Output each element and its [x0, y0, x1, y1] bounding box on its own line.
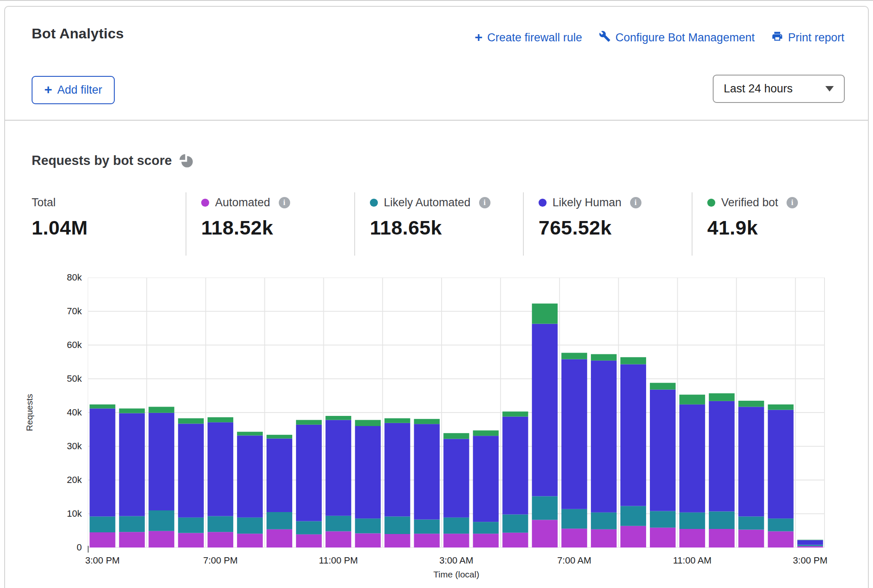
- bar-segment[interactable]: [444, 433, 469, 439]
- bar-segment[interactable]: [267, 435, 292, 439]
- bar-segment[interactable]: [768, 531, 794, 548]
- bar-segment[interactable]: [89, 532, 115, 548]
- bar-segment[interactable]: [326, 531, 351, 548]
- bar-segment[interactable]: [414, 520, 440, 534]
- bar-segment[interactable]: [237, 518, 263, 534]
- bar-segment[interactable]: [502, 515, 528, 533]
- bar-segment[interactable]: [561, 509, 587, 529]
- bar-segment[interactable]: [650, 528, 676, 548]
- bar-segment[interactable]: [296, 420, 322, 425]
- bar-segment[interactable]: [355, 420, 381, 426]
- bar-segment[interactable]: [473, 534, 498, 548]
- bar-segment[interactable]: [738, 516, 764, 529]
- info-icon[interactable]: [630, 197, 641, 208]
- bar-segment[interactable]: [414, 419, 440, 424]
- bar-segment[interactable]: [620, 526, 646, 548]
- bar-segment[interactable]: [591, 361, 617, 512]
- bar-segment[interactable]: [444, 518, 469, 534]
- bar-segment[interactable]: [178, 518, 204, 533]
- bar-segment[interactable]: [709, 393, 735, 401]
- bar-segment[interactable]: [148, 407, 174, 413]
- bar-segment[interactable]: [296, 425, 322, 521]
- bar-segment[interactable]: [178, 418, 204, 424]
- bar-segment[interactable]: [119, 532, 145, 548]
- print-report-link[interactable]: Print report: [771, 30, 844, 45]
- bar-segment[interactable]: [207, 516, 233, 532]
- bar-segment[interactable]: [267, 439, 292, 512]
- bar-segment[interactable]: [620, 357, 646, 364]
- bar-segment[interactable]: [444, 439, 469, 517]
- bar-segment[interactable]: [798, 540, 823, 545]
- add-filter-button[interactable]: + Add filter: [32, 76, 115, 104]
- bar-segment[interactable]: [591, 512, 617, 529]
- bar-segment[interactable]: [679, 395, 705, 405]
- bar-segment[interactable]: [768, 410, 794, 519]
- bar-segment[interactable]: [119, 408, 145, 413]
- bar-segment[interactable]: [385, 534, 410, 548]
- bar-segment[interactable]: [502, 417, 528, 515]
- bar-segment[interactable]: [385, 418, 410, 423]
- bar-segment[interactable]: [650, 383, 676, 390]
- bar-segment[interactable]: [178, 533, 204, 548]
- bar-segment[interactable]: [650, 390, 676, 511]
- bar-segment[interactable]: [798, 540, 823, 540]
- bar-segment[interactable]: [89, 516, 115, 532]
- bar-segment[interactable]: [355, 518, 381, 533]
- bar-segment[interactable]: [561, 359, 587, 509]
- bar-segment[interactable]: [355, 533, 381, 548]
- bar-segment[interactable]: [709, 511, 735, 529]
- bar-segment[interactable]: [738, 401, 764, 407]
- create-firewall-rule-link[interactable]: + Create firewall rule: [474, 31, 582, 44]
- bar-segment[interactable]: [207, 532, 233, 548]
- bar-segment[interactable]: [502, 533, 528, 548]
- info-icon[interactable]: [279, 197, 290, 208]
- bar-segment[interactable]: [798, 546, 823, 548]
- bar-segment[interactable]: [532, 304, 558, 324]
- bar-segment[interactable]: [148, 531, 174, 548]
- bar-segment[interactable]: [237, 435, 263, 517]
- bar-segment[interactable]: [296, 521, 322, 534]
- bar-segment[interactable]: [532, 324, 558, 496]
- bar-segment[interactable]: [267, 529, 292, 548]
- bar-segment[interactable]: [414, 534, 440, 548]
- bar-segment[interactable]: [738, 407, 764, 516]
- bar-segment[interactable]: [473, 436, 498, 522]
- bar-segment[interactable]: [326, 516, 351, 531]
- time-range-select[interactable]: Last 24 hours: [713, 75, 845, 103]
- bar-segment[interactable]: [679, 512, 705, 529]
- bar-segment[interactable]: [237, 534, 263, 548]
- info-icon[interactable]: [787, 197, 798, 208]
- bar-segment[interactable]: [620, 364, 646, 506]
- bar-segment[interactable]: [119, 413, 145, 516]
- bar-segment[interactable]: [385, 516, 410, 534]
- bar-segment[interactable]: [414, 424, 440, 519]
- bar-segment[interactable]: [798, 545, 823, 546]
- bar-segment[interactable]: [738, 530, 764, 548]
- bar-segment[interactable]: [473, 430, 498, 436]
- bar-segment[interactable]: [355, 426, 381, 518]
- bar-segment[interactable]: [89, 405, 115, 409]
- bar-segment[interactable]: [296, 534, 322, 548]
- bar-segment[interactable]: [148, 413, 174, 510]
- bar-segment[interactable]: [679, 405, 705, 512]
- bar-segment[interactable]: [679, 529, 705, 548]
- bar-segment[interactable]: [620, 506, 646, 526]
- bar-segment[interactable]: [709, 401, 735, 512]
- bar-segment[interactable]: [267, 512, 292, 529]
- configure-bot-management-link[interactable]: Configure Bot Management: [599, 30, 754, 45]
- bar-segment[interactable]: [768, 518, 794, 531]
- bar-segment[interactable]: [237, 432, 263, 436]
- bar-segment[interactable]: [326, 416, 351, 420]
- bar-segment[interactable]: [532, 520, 558, 548]
- bar-segment[interactable]: [385, 423, 410, 517]
- bar-segment[interactable]: [326, 420, 351, 516]
- bar-segment[interactable]: [207, 422, 233, 516]
- bar-segment[interactable]: [561, 529, 587, 548]
- bar-segment[interactable]: [178, 423, 204, 517]
- info-icon[interactable]: [479, 197, 490, 208]
- bar-segment[interactable]: [650, 511, 676, 528]
- bar-segment[interactable]: [709, 529, 735, 548]
- bar-segment[interactable]: [768, 405, 794, 410]
- bar-segment[interactable]: [532, 496, 558, 520]
- bar-segment[interactable]: [591, 529, 617, 548]
